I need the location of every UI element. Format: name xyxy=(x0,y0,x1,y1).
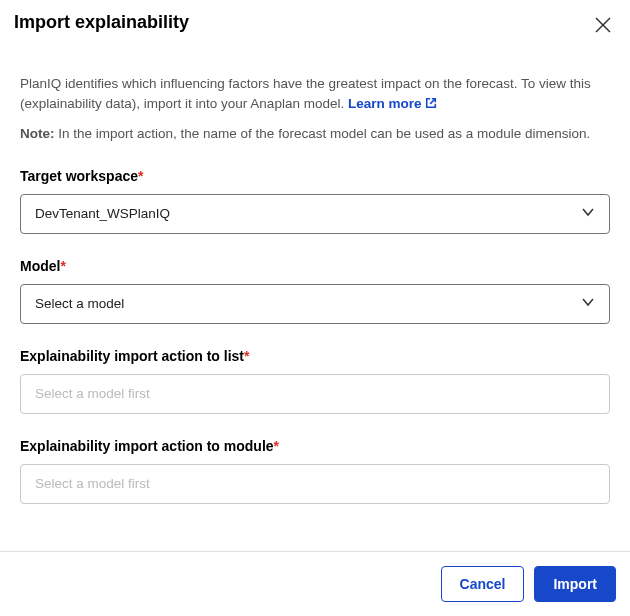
required-asterisk: * xyxy=(274,438,279,454)
import-explainability-dialog: Import explainability PlanIQ identifies … xyxy=(0,0,630,616)
target-workspace-select[interactable]: DevTenant_WSPlanIQ xyxy=(20,194,610,234)
import-to-list-placeholder: Select a model first xyxy=(35,386,150,401)
dialog-header: Import explainability xyxy=(0,0,630,50)
description-text: PlanIQ identifies which influencing fact… xyxy=(20,76,591,111)
field-label-import-to-module: Explainability import action to module* xyxy=(20,438,610,454)
field-model: Model* Select a model xyxy=(20,258,610,324)
dialog-title: Import explainability xyxy=(14,12,189,33)
field-import-to-list: Explainability import action to list* Se… xyxy=(20,348,610,414)
chevron-down-icon xyxy=(581,205,595,223)
close-icon[interactable] xyxy=(590,12,616,42)
note-text: In the import action, the name of the fo… xyxy=(55,126,591,141)
required-asterisk: * xyxy=(244,348,249,364)
model-label-text: Model xyxy=(20,258,60,274)
field-target-workspace: Target workspace* DevTenant_WSPlanIQ xyxy=(20,168,610,234)
import-to-list-label-text: Explainability import action to list xyxy=(20,348,244,364)
required-asterisk: * xyxy=(138,168,143,184)
target-workspace-label-text: Target workspace xyxy=(20,168,138,184)
svg-line-2 xyxy=(430,99,435,104)
import-to-module-input[interactable]: Select a model first xyxy=(20,464,610,504)
dialog-footer: Cancel Import xyxy=(0,551,630,616)
dialog-body: PlanIQ identifies which influencing fact… xyxy=(0,50,630,551)
import-to-module-label-text: Explainability import action to module xyxy=(20,438,274,454)
field-label-model: Model* xyxy=(20,258,610,274)
chevron-down-icon xyxy=(581,295,595,313)
note-label: Note: xyxy=(20,126,55,141)
learn-more-label: Learn more xyxy=(348,96,422,111)
target-workspace-value: DevTenant_WSPlanIQ xyxy=(35,206,170,221)
field-label-target-workspace: Target workspace* xyxy=(20,168,610,184)
external-link-icon xyxy=(425,95,437,115)
model-placeholder: Select a model xyxy=(35,296,124,311)
model-select[interactable]: Select a model xyxy=(20,284,610,324)
import-to-list-input[interactable]: Select a model first xyxy=(20,374,610,414)
required-asterisk: * xyxy=(60,258,65,274)
cancel-button[interactable]: Cancel xyxy=(441,566,525,602)
field-label-import-to-list: Explainability import action to list* xyxy=(20,348,610,364)
field-import-to-module: Explainability import action to module* … xyxy=(20,438,610,504)
dialog-description: PlanIQ identifies which influencing fact… xyxy=(20,74,610,116)
dialog-note: Note: In the import action, the name of … xyxy=(20,124,610,144)
learn-more-link[interactable]: Learn more xyxy=(348,96,437,111)
import-to-module-placeholder: Select a model first xyxy=(35,476,150,491)
import-button[interactable]: Import xyxy=(534,566,616,602)
